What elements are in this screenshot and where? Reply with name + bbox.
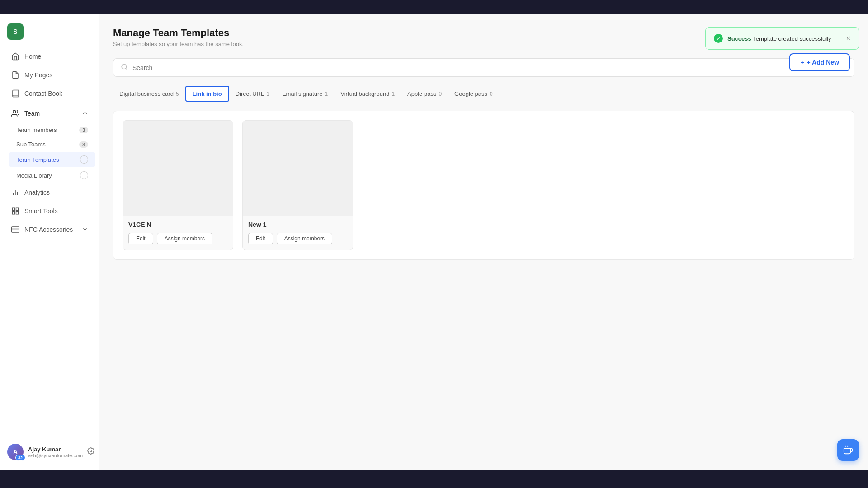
team-templates-badge-dot (80, 155, 88, 164)
user-avatar-wrapper: A 32 (7, 444, 24, 460)
tab-virtual-background-count: 1 (392, 91, 395, 97)
main-content: Manage Team Templates Set up templates s… (99, 14, 868, 470)
edit-button-new-1[interactable]: Edit (248, 233, 273, 244)
sidebar-item-team-members[interactable]: Team members 3 (9, 123, 95, 137)
sidebar-item-nfc[interactable]: NFC Accessories (4, 221, 95, 239)
bottom-bar (0, 470, 868, 488)
sidebar-team-section: Team Team members 3 Sub Teams 3 (0, 104, 99, 183)
tab-google-pass[interactable]: Google pass 0 (448, 87, 499, 101)
chevron-down-icon (82, 226, 88, 234)
add-new-button[interactable]: + + Add New (789, 53, 850, 71)
sidebar-team-header[interactable]: Team (4, 104, 95, 122)
template-card-new-1: New 1 Edit Assign members (242, 120, 353, 250)
tab-link-in-bio-label: Link in bio (193, 90, 222, 97)
tab-link-in-bio[interactable]: Link in bio (185, 86, 229, 102)
tab-google-pass-label: Google pass (454, 90, 487, 97)
sub-teams-badge: 3 (79, 141, 88, 148)
sidebar-item-analytics[interactable]: Analytics (4, 183, 95, 202)
sidebar-item-contact-book[interactable]: Contact Book (4, 84, 95, 103)
sidebar-item-media-library[interactable]: Media Library (9, 168, 95, 183)
user-name: Ajay Kumar (28, 446, 83, 453)
user-badge-count: 32 (15, 455, 25, 461)
team-members-badge: 3 (79, 127, 88, 133)
sidebar-analytics-label: Analytics (24, 189, 50, 196)
assign-button-new-1[interactable]: Assign members (277, 233, 332, 244)
sidebar-smart-tools-label: Smart Tools (24, 207, 58, 215)
tab-google-pass-count: 0 (490, 91, 493, 97)
svg-rect-5 (16, 208, 19, 210)
file-icon (11, 70, 20, 80)
template-actions-vice-n: Edit Assign members (128, 233, 227, 244)
sidebar-item-team-templates[interactable]: Team Templates (9, 152, 95, 167)
tab-direct-url[interactable]: Direct URL 1 (229, 87, 276, 101)
toast-check-icon: ✓ (714, 34, 723, 43)
tab-apple-pass-label: Apple pass (407, 90, 436, 97)
tab-direct-url-label: Direct URL (236, 90, 264, 97)
sidebar-user-section: A 32 Ajay Kumar ash@synxautomate.com (0, 438, 99, 465)
template-name-vice-n: V1CE N (128, 221, 227, 228)
svg-rect-7 (12, 212, 14, 214)
svg-line-12 (126, 68, 127, 70)
tab-digital-business-card[interactable]: Digital business card 5 (113, 87, 185, 101)
tab-digital-business-card-label: Digital business card (119, 90, 174, 97)
sidebar-nfc-label: NFC Accessories (24, 226, 73, 233)
analytics-icon (11, 188, 20, 197)
svg-point-0 (13, 110, 16, 113)
edit-button-vice-n[interactable]: Edit (128, 233, 153, 244)
template-preview-new-1 (243, 121, 353, 216)
sub-teams-label: Sub Teams (16, 141, 46, 148)
media-library-badge-dot (80, 171, 88, 179)
tab-direct-url-count: 1 (266, 91, 269, 97)
svg-rect-8 (12, 227, 19, 232)
user-email: ash@synxautomate.com (28, 453, 83, 458)
toast-text: Success Template created successfully (727, 35, 842, 42)
sidebar: S Home My Pages Contact Book (0, 14, 99, 470)
chat-button[interactable] (837, 439, 859, 461)
team-templates-label: Team Templates (16, 156, 59, 163)
tab-email-signature-label: Email signature (282, 90, 323, 97)
search-input[interactable] (132, 64, 847, 71)
templates-grid: V1CE N Edit Assign members New 1 Edit As… (113, 111, 854, 260)
toast-close-button[interactable]: × (846, 34, 850, 42)
media-library-label: Media Library (16, 172, 52, 179)
settings-icon[interactable] (87, 447, 94, 456)
template-name-new-1: New 1 (248, 221, 347, 228)
sidebar-home-label: Home (24, 53, 41, 60)
svg-point-11 (122, 64, 127, 69)
sidebar-logo: S (0, 18, 99, 47)
contact-book-icon (11, 89, 20, 98)
team-sub-nav: Team members 3 Sub Teams 3 Team Template… (0, 123, 99, 183)
sidebar-item-home[interactable]: Home (4, 47, 95, 66)
add-new-icon: + (800, 59, 804, 66)
sidebar-item-sub-teams[interactable]: Sub Teams 3 (9, 137, 95, 151)
template-card-vice-n: V1CE N Edit Assign members (123, 120, 233, 250)
assign-button-vice-n[interactable]: Assign members (157, 233, 212, 244)
user-info: Ajay Kumar ash@synxautomate.com (28, 446, 83, 458)
app-logo: S (7, 23, 24, 40)
home-icon (11, 52, 20, 61)
sidebar-contact-book-label: Contact Book (24, 90, 62, 97)
tab-email-signature-count: 1 (325, 91, 328, 97)
toast-type: Success (727, 35, 751, 42)
sidebar-nav: Home My Pages Contact Book (0, 47, 99, 239)
tab-apple-pass-count: 0 (439, 91, 442, 97)
template-actions-new-1: Edit Assign members (248, 233, 347, 244)
svg-rect-6 (16, 212, 19, 214)
toast-message-text: Template created successfully (753, 35, 831, 42)
tab-apple-pass[interactable]: Apple pass 0 (401, 87, 448, 101)
template-info-new-1: New 1 Edit Assign members (243, 216, 353, 250)
team-members-label: Team members (16, 127, 57, 133)
sidebar-my-pages-label: My Pages (24, 71, 52, 79)
svg-point-10 (90, 450, 92, 452)
team-icon (11, 109, 20, 118)
tab-email-signature[interactable]: Email signature 1 (276, 87, 334, 101)
search-bar (113, 58, 854, 77)
success-toast: ✓ Success Template created successfully … (705, 27, 859, 50)
chevron-up-icon (82, 110, 88, 117)
sidebar-item-my-pages[interactable]: My Pages (4, 66, 95, 84)
search-icon (121, 63, 128, 72)
smart-tools-icon (11, 206, 20, 216)
tab-virtual-background[interactable]: Virtual background 1 (334, 87, 401, 101)
sidebar-item-smart-tools[interactable]: Smart Tools (4, 202, 95, 220)
add-new-label: + Add New (807, 59, 839, 66)
